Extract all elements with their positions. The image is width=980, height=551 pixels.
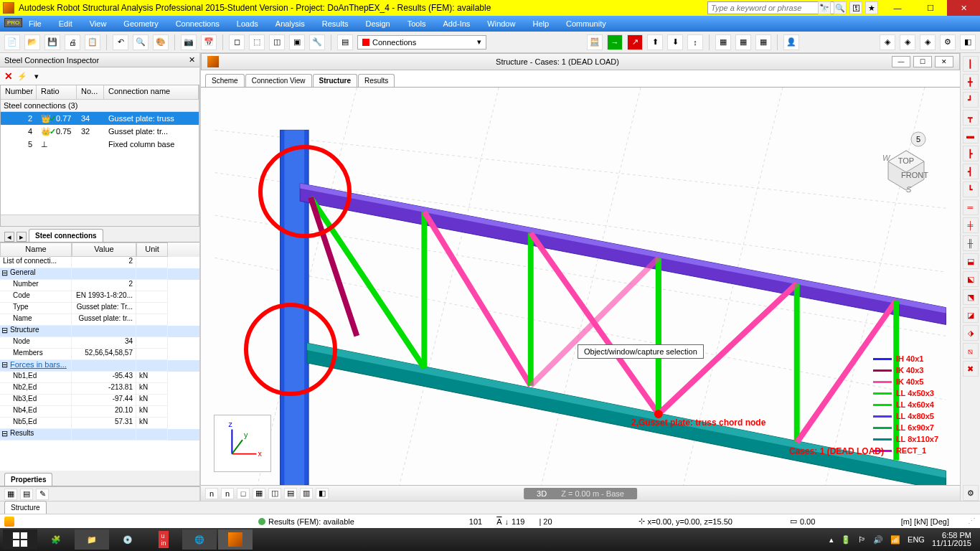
property-row[interactable]: Members52,56,54,58,57	[0, 349, 199, 360]
connections-group[interactable]: Steel connections (3)	[1, 100, 199, 112]
nav-cube[interactable]: 5 TOP FRONT W S	[874, 131, 938, 195]
panel-close-icon[interactable]: ✕	[189, 55, 195, 65]
menu-window[interactable]: Window	[487, 19, 515, 28]
tab-nav-right[interactable]: ▸	[17, 232, 27, 242]
table-icon[interactable]: ▦	[715, 34, 731, 50]
preview-icon[interactable]: 📋	[85, 34, 100, 50]
rt-icon-1[interactable]: ┃	[963, 56, 979, 72]
open-icon[interactable]: 📂	[24, 34, 40, 50]
tab-connection-view[interactable]: Connection View	[245, 74, 312, 87]
menu-geometry[interactable]: Geometry	[123, 19, 158, 28]
tray-volume-icon[interactable]: 🔊	[873, 535, 883, 545]
property-row[interactable]: ⊟Structure	[0, 326, 199, 337]
select-icon[interactable]: ◻	[229, 34, 245, 50]
palette-icon[interactable]: 🎨	[153, 34, 169, 50]
viewport-maximize[interactable]: ☐	[913, 56, 932, 67]
more-icon[interactable]: ◧	[960, 34, 976, 50]
system-tray[interactable]: ▴ 🔋 🏳 🔊 📶 ENG 6:58 PM 11/11/2015	[829, 532, 977, 547]
view-z-level[interactable]: Z = 0.00 m - Base	[561, 489, 624, 498]
menu-loads[interactable]: Loads	[237, 19, 258, 28]
cube-icon[interactable]: ◫	[269, 34, 285, 50]
viewport-canvas[interactable]: Object/window/capture selection 5 TOP FR…	[201, 88, 960, 485]
view-btn-6[interactable]: ▤	[284, 488, 297, 499]
zoom-icon[interactable]: 🔍	[133, 34, 149, 50]
connection-row[interactable]: 5 ⊥ Fixed column base	[1, 138, 199, 151]
col-number[interactable]: Number	[1, 85, 37, 99]
table2-icon[interactable]: ▦	[735, 34, 751, 50]
rt-icon-2[interactable]: ╋	[963, 74, 979, 90]
box-icon[interactable]: ▣	[289, 34, 305, 50]
list-icon[interactable]: ▤	[20, 489, 33, 500]
viewport-close[interactable]: ✕	[935, 56, 953, 67]
view-btn-8[interactable]: ◧	[316, 488, 329, 499]
delete-icon[interactable]: ✕	[4, 70, 13, 82]
property-row[interactable]: TypeGusset plate: Tr...	[0, 303, 199, 314]
rt-icon-11[interactable]: ╫	[963, 235, 979, 251]
col-connection-name[interactable]: Connection name	[104, 85, 199, 99]
support-icon[interactable]: ⬇	[667, 34, 683, 50]
rt-icon-settings[interactable]: ⚙	[963, 485, 979, 501]
tab-structure-lower[interactable]: Structure	[4, 501, 47, 514]
connection-row[interactable]: 2 👑✓0.77 34 Gusset plate: truss	[1, 112, 199, 125]
col-prop-name[interactable]: Name	[0, 242, 72, 257]
rt-icon-8[interactable]: ┗	[963, 182, 979, 197]
rt-icon-6[interactable]: ┣	[963, 146, 979, 161]
member-icon[interactable]: ⬆	[647, 34, 663, 50]
help-search-input[interactable]	[707, 1, 837, 14]
menu-connections[interactable]: Connections	[176, 19, 220, 28]
red-tool-icon[interactable]: ↗	[627, 34, 643, 50]
person-icon[interactable]: 👤	[783, 34, 799, 50]
property-row[interactable]: ⊟Forces in bars...	[0, 360, 199, 372]
edit-icon[interactable]: ✎	[36, 489, 49, 500]
rt-icon-7[interactable]: ┫	[963, 164, 979, 179]
section-icon[interactable]: ◈	[880, 34, 895, 50]
rt-icon-14[interactable]: ⬔	[963, 289, 979, 305]
menu-addins[interactable]: Add-Ins	[443, 19, 470, 28]
property-row[interactable]: Nb2,Ed-213.81kN	[0, 383, 199, 395]
rt-icon-10[interactable]: ╪	[963, 217, 979, 233]
rt-icon-15[interactable]: ◪	[963, 307, 979, 323]
tray-lang[interactable]: ENG	[908, 535, 925, 544]
key-icon[interactable]: ⚿	[849, 1, 862, 14]
rt-icon-18[interactable]: ✖	[963, 361, 979, 377]
viewport-minimize[interactable]: —	[892, 56, 910, 67]
taskbar-robot[interactable]	[218, 529, 253, 550]
tab-properties[interactable]: Properties	[4, 473, 52, 486]
view-btn-4[interactable]: ▦	[253, 488, 265, 499]
tray-wifi-icon[interactable]: 📶	[890, 535, 900, 545]
connections-list[interactable]: Steel connections (3) 2 👑✓0.77 34 Gusset…	[1, 100, 199, 215]
arrow-right-icon[interactable]: →	[607, 34, 623, 50]
tray-date[interactable]: 11/11/2015	[932, 540, 971, 547]
close-button[interactable]: ✕	[947, 0, 980, 16]
menu-file[interactable]: File	[29, 19, 42, 28]
tab-steel-connections[interactable]: Steel connections	[29, 229, 103, 242]
horizontal-scrollbar[interactable]	[1, 215, 199, 226]
taskbar-chrome[interactable]: 🌐	[182, 529, 217, 550]
col-prop-value[interactable]: Value	[72, 242, 136, 257]
menu-results[interactable]: Results	[322, 19, 349, 28]
menu-view[interactable]: View	[90, 19, 107, 28]
grid-icon[interactable]: ▦	[4, 489, 17, 500]
tray-up-icon[interactable]: ▴	[829, 535, 834, 545]
tray-battery-icon[interactable]: 🔋	[841, 535, 851, 545]
taskbar-explorer[interactable]: 📁	[75, 529, 109, 550]
screenshot-icon[interactable]: 📷	[181, 34, 197, 50]
maximize-button[interactable]: ☐	[914, 0, 947, 16]
options-icon[interactable]: ⚙	[940, 34, 956, 50]
view-btn-2[interactable]: n	[221, 488, 234, 499]
wrench-icon[interactable]: 🔧	[309, 34, 325, 50]
rt-icon-16[interactable]: ⬗	[963, 325, 979, 341]
view-mode-3d[interactable]: 3D	[537, 489, 547, 498]
col-prop-unit[interactable]: Unit	[136, 242, 168, 257]
property-row[interactable]: ⊟General	[0, 268, 199, 280]
rt-icon-5[interactable]: ▬	[963, 128, 979, 143]
property-row[interactable]: CodeEN 1993-1-8:20...	[0, 291, 199, 303]
property-row[interactable]: Node34	[0, 337, 199, 349]
rt-icon-9[interactable]: ═	[963, 199, 979, 215]
tab-structure[interactable]: Structure	[313, 74, 357, 87]
view-btn-3[interactable]: □	[237, 488, 250, 499]
property-row[interactable]: ⊟Results	[0, 429, 199, 441]
col-ratio[interactable]: Ratio	[37, 85, 77, 99]
menu-community[interactable]: Community	[566, 19, 606, 28]
rt-icon-12[interactable]: ⬓	[963, 253, 979, 269]
